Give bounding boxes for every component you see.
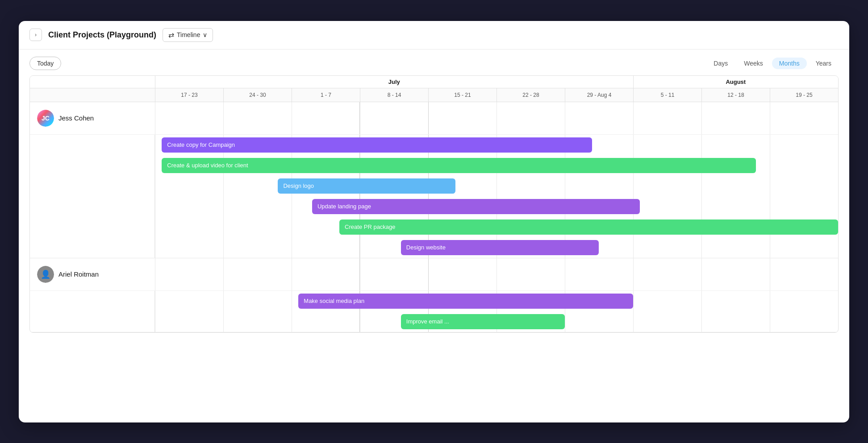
header: › Client Projects (Playground) ⇄ Timelin… — [19, 21, 849, 50]
timeline-icon: ⇄ — [168, 31, 174, 39]
week-person-spacer — [30, 88, 155, 102]
jess-w6 — [497, 102, 565, 134]
jess-w10 — [770, 102, 838, 134]
tab-months[interactable]: Months — [772, 58, 807, 69]
main-window: › Client Projects (Playground) ⇄ Timelin… — [19, 21, 849, 422]
jgr5 — [428, 135, 497, 155]
jess-cohen-info: JC Jess Cohen — [30, 104, 155, 132]
week-24-30: 24 - 30 — [223, 88, 292, 102]
jgr2 — [223, 135, 292, 155]
jgr6 — [497, 135, 565, 155]
ariel-task-row-1 — [30, 291, 838, 311]
weeks-header-row: 17 - 23 24 - 30 1 - 7 8 - 14 15 - 21 22 … — [30, 88, 838, 102]
jgr3 — [292, 135, 360, 155]
ariel-roitman-avatar: 👤 — [37, 266, 54, 283]
ariel-roitman-name: Ariel Roitman — [58, 270, 99, 278]
jgr0 — [30, 135, 155, 155]
jess-w8 — [633, 102, 701, 134]
week-5-11: 5 - 11 — [633, 88, 701, 102]
tab-years[interactable]: Years — [809, 58, 839, 69]
july-label: July — [155, 76, 634, 88]
toolbar: Today Days Weeks Months Years — [29, 57, 839, 70]
view-tabs: Days Weeks Months Years — [706, 58, 839, 69]
jess-w5 — [428, 102, 497, 134]
jess-cohen-header-row: JC Jess Cohen — [30, 102, 838, 135]
week-17-23: 17 - 23 — [155, 88, 223, 102]
tab-weeks[interactable]: Weeks — [737, 58, 770, 69]
jess-w9 — [701, 102, 770, 134]
week-12-18: 12 - 18 — [701, 88, 770, 102]
august-label: August — [634, 76, 838, 88]
jgr4 — [360, 135, 428, 155]
week-15-21: 15 - 21 — [428, 88, 497, 102]
today-button[interactable]: Today — [29, 57, 61, 70]
chevron-right-icon: › — [35, 32, 37, 38]
jgr10 — [770, 135, 838, 155]
ariel-task-row-2 — [30, 311, 838, 332]
ariel-roitman-header-row: 👤 Ariel Roitman — [30, 258, 838, 291]
week-19-25: 19 - 25 — [770, 88, 838, 102]
ariel-roitman-section: 👤 Ariel Roitman — [30, 258, 838, 332]
page-title: Client Projects (Playground) — [48, 30, 156, 40]
tab-days[interactable]: Days — [706, 58, 735, 69]
jgr9 — [701, 135, 770, 155]
jgr8 — [633, 135, 701, 155]
chevron-down-icon: ∨ — [203, 31, 207, 38]
jess-cohen-avatar-image: JC — [37, 110, 54, 127]
jgr7 — [565, 135, 633, 155]
jess-task-row-2-grid — [30, 155, 838, 176]
ariel-tasks-container: Make social media plan Improve email ... — [30, 291, 838, 332]
sidebar-toggle[interactable]: › — [29, 29, 42, 41]
timeline-label: Timeline — [177, 31, 200, 38]
jess-task-row-5-grid — [30, 217, 838, 237]
jess-w4 — [360, 102, 428, 134]
week-8-14: 8 - 14 — [360, 88, 428, 102]
jgr1 — [155, 135, 223, 155]
jess-w2 — [223, 102, 292, 134]
timeline-view-button[interactable]: ⇄ Timeline ∨ — [163, 28, 213, 42]
week-29-aug4: 29 - Aug 4 — [565, 88, 633, 102]
timeline: July August 17 - 23 24 - 30 1 - 7 8 - 14… — [29, 75, 839, 333]
jess-w3 — [292, 102, 360, 134]
week-22-28: 22 - 28 — [497, 88, 565, 102]
months-header-row: July August — [30, 76, 838, 88]
week-1-7: 1 - 7 — [292, 88, 360, 102]
ariel-avatar-image: 👤 — [37, 266, 54, 283]
month-spacer — [30, 76, 155, 88]
jess-task-row-4-grid — [30, 196, 838, 217]
jess-cohen-section: JC Jess Cohen — [30, 102, 838, 258]
ariel-roitman-info: 👤 Ariel Roitman — [30, 261, 155, 288]
jess-cohen-avatar: JC — [37, 110, 54, 127]
jess-task-row-6-grid — [30, 237, 838, 258]
timeline-body: JC Jess Cohen — [30, 102, 838, 332]
jess-cohen-name: Jess Cohen — [58, 114, 94, 122]
content-area: Today Days Weeks Months Years July Augus… — [19, 50, 849, 333]
jess-w7 — [565, 102, 633, 134]
jess-tasks-container: Create copy for Campaign Create & upload… — [30, 135, 838, 258]
jess-w1 — [155, 102, 223, 134]
jess-task-row-3-grid — [30, 176, 838, 196]
jess-task-row-1-grid — [30, 135, 838, 155]
